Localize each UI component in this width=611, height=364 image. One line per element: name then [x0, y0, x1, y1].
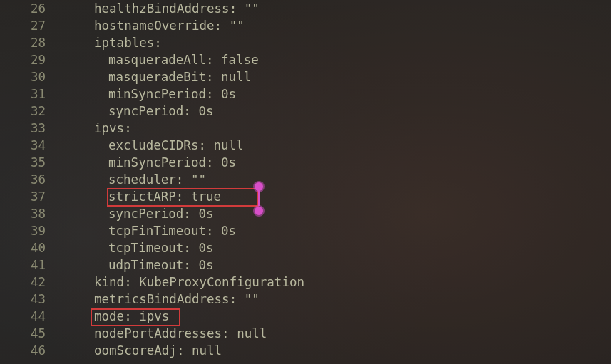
selection-handle-icon[interactable]	[255, 182, 263, 191]
line-number: 44	[0, 309, 66, 323]
code-text: strictARP: true	[66, 189, 221, 204]
line-number: 27	[0, 19, 66, 33]
code-line[interactable]: 29 masqueradeAll: false	[0, 51, 611, 68]
selection-handle-icon[interactable]	[255, 207, 263, 215]
code-line[interactable]: 42 kind: KubeProxyConfiguration	[0, 274, 611, 291]
line-number: 37	[0, 189, 66, 204]
line-number: 33	[0, 121, 66, 135]
line-number: 36	[0, 172, 66, 187]
code-line[interactable]: 27 hostnameOverride: ""	[0, 17, 611, 34]
code-line[interactable]: 39 tcpFinTimeout: 0s	[0, 222, 611, 239]
line-number: 40	[0, 241, 66, 255]
code-line[interactable]: 32 syncPeriod: 0s	[0, 103, 611, 120]
code-text: iptables:	[66, 36, 162, 50]
code-text: tcpFinTimeout: 0s	[66, 224, 236, 238]
code-text: ipvs:	[66, 121, 132, 135]
code-text: hostnameOverride: ""	[66, 19, 245, 33]
code-line[interactable]: 38 syncPeriod: 0s	[0, 205, 611, 222]
line-number: 26	[0, 1, 66, 16]
code-text: excludeCIDRs: null	[66, 138, 244, 152]
code-line[interactable]: 41 udpTimeout: 0s	[0, 256, 611, 274]
code-text: minSyncPeriod: 0s	[66, 87, 236, 101]
line-number: 45	[0, 326, 66, 340]
code-text: scheduler: ""	[66, 172, 206, 187]
code-editor[interactable]: 26 healthzBindAddress: "" 27 hostnameOve…	[0, 0, 611, 364]
code-text: masqueradeBit: null	[66, 70, 251, 84]
code-text: syncPeriod: 0s	[66, 207, 214, 221]
line-number: 31	[0, 87, 66, 101]
code-text: mode: ipvs	[66, 309, 169, 323]
line-number: 39	[0, 224, 66, 238]
code-text: oomScoreAdj: null	[66, 343, 222, 358]
code-text: masqueradeAll: false	[66, 53, 259, 67]
line-number: 43	[0, 292, 66, 306]
code-line[interactable]: 31 minSyncPeriod: 0s	[0, 85, 611, 103]
code-line[interactable]: 33 ipvs:	[0, 120, 611, 137]
code-text: healthzBindAddress: ""	[66, 1, 260, 16]
code-text: nodePortAddresses: null	[66, 326, 267, 340]
line-number: 34	[0, 138, 66, 152]
line-number: 30	[0, 70, 66, 84]
code-line[interactable]: 43 metricsBindAddress: ""	[0, 291, 611, 308]
line-number: 38	[0, 207, 66, 221]
code-text: udpTimeout: 0s	[66, 258, 214, 272]
code-line[interactable]: 36 scheduler: ""	[0, 171, 611, 188]
text-cursor[interactable]	[258, 189, 260, 206]
code-line[interactable]: 37 strictARP: true	[0, 188, 611, 205]
code-text: syncPeriod: 0s	[66, 104, 214, 118]
line-number: 29	[0, 53, 66, 67]
code-text: tcpTimeout: 0s	[66, 241, 214, 255]
code-line[interactable]: 45 nodePortAddresses: null	[0, 325, 611, 342]
line-number: 32	[0, 104, 66, 118]
code-line[interactable]: 34 excludeCIDRs: null	[0, 137, 611, 154]
line-number: 28	[0, 36, 66, 50]
code-line[interactable]: 40 tcpTimeout: 0s	[0, 239, 611, 256]
code-line[interactable]: 46 oomScoreAdj: null	[0, 342, 611, 359]
code-text: minSyncPeriod: 0s	[66, 155, 236, 170]
code-line[interactable]: 26 healthzBindAddress: ""	[0, 0, 611, 17]
code-line[interactable]: 30 masqueradeBit: null	[0, 68, 611, 85]
code-text: kind: KubeProxyConfiguration	[66, 275, 304, 289]
code-line[interactable]: 44 mode: ipvs	[0, 308, 611, 325]
code-text: metricsBindAddress: ""	[66, 292, 260, 306]
code-line[interactable]: 35 minSyncPeriod: 0s	[0, 154, 611, 171]
code-line[interactable]: 28 iptables:	[0, 34, 611, 51]
line-number: 46	[0, 343, 66, 358]
line-number: 42	[0, 275, 66, 289]
line-number: 41	[0, 258, 66, 272]
line-number: 35	[0, 155, 66, 170]
